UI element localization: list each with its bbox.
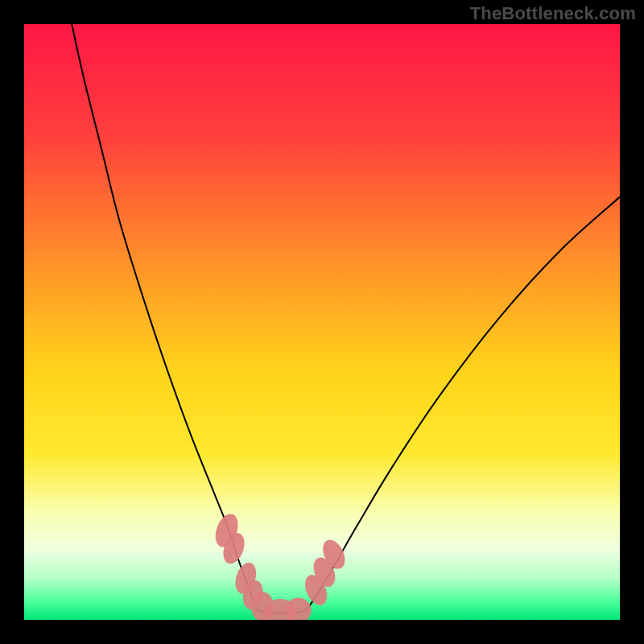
plot-background (24, 24, 620, 620)
chart-frame: TheBottleneck.com (0, 0, 644, 644)
bottleneck-chart (24, 24, 620, 620)
watermark-text: TheBottleneck.com (470, 3, 636, 24)
plot-container (24, 24, 620, 620)
